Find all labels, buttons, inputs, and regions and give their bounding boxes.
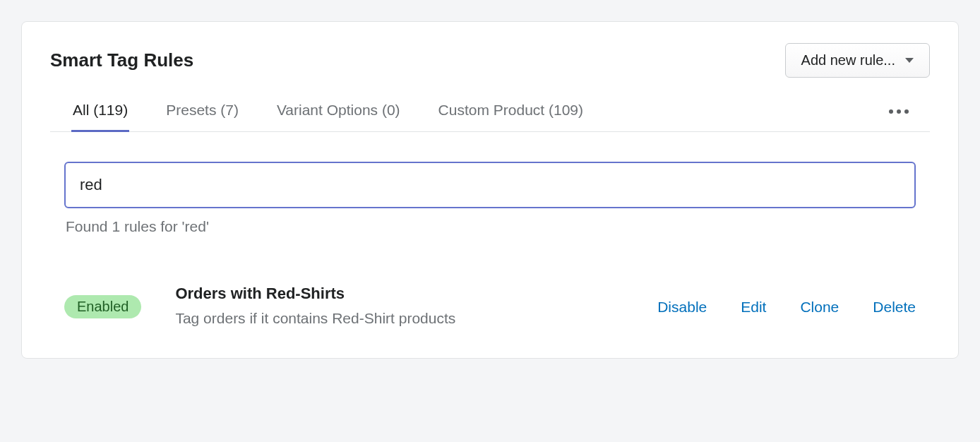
search-area: Found 1 rules for 'red': [50, 162, 930, 235]
search-input[interactable]: [64, 162, 916, 208]
page-title: Smart Tag Rules: [50, 49, 193, 71]
rule-row: Enabled Orders with Red-Shirts Tag order…: [64, 285, 916, 330]
delete-link[interactable]: Delete: [873, 299, 916, 316]
caret-down-icon: [905, 58, 914, 63]
smart-tag-rules-card: Smart Tag Rules Add new rule... All (119…: [21, 21, 959, 359]
tabs-bar: All (119) Presets (7) Variant Options (0…: [50, 92, 930, 132]
add-new-rule-button[interactable]: Add new rule...: [785, 43, 930, 78]
tab-custom-product[interactable]: Custom Product (109): [437, 92, 585, 131]
rules-list: Enabled Orders with Red-Shirts Tag order…: [50, 285, 930, 330]
tab-all[interactable]: All (119): [71, 92, 129, 131]
disable-link[interactable]: Disable: [657, 299, 707, 316]
clone-link[interactable]: Clone: [800, 299, 839, 316]
dots-icon: [889, 109, 893, 114]
rule-title: Orders with Red-Shirts: [175, 285, 455, 303]
tab-variant-options[interactable]: Variant Options (0): [275, 92, 402, 131]
rule-actions: Disable Edit Clone Delete: [657, 299, 916, 316]
rule-content: Orders with Red-Shirts Tag orders if it …: [175, 285, 455, 330]
dots-icon: [904, 109, 909, 114]
add-new-rule-label: Add new rule...: [801, 52, 895, 68]
card-header: Smart Tag Rules Add new rule...: [50, 43, 930, 78]
edit-link[interactable]: Edit: [741, 299, 766, 316]
search-result-text: Found 1 rules for 'red': [64, 218, 916, 235]
tab-presets[interactable]: Presets (7): [165, 92, 240, 131]
status-badge: Enabled: [64, 295, 141, 318]
dots-icon: [897, 109, 901, 114]
rule-description: Tag orders if it contains Red-Shirt prod…: [175, 307, 455, 330]
tab-more-button[interactable]: [889, 100, 909, 124]
